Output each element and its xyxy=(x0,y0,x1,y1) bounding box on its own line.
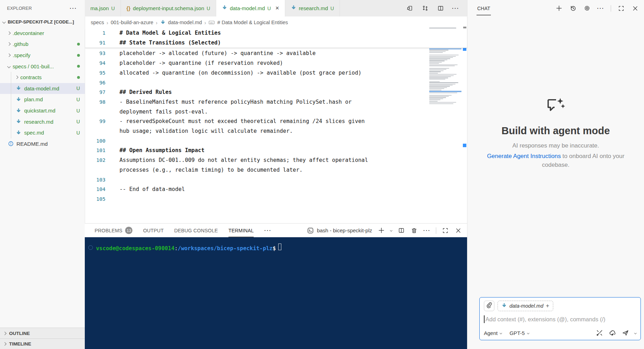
terminal-session-label[interactable]: bash - bicep-speckit-plz xyxy=(317,227,372,233)
code-line-95[interactable]: 95 allocated -> quarantine (on decommiss… xyxy=(85,68,467,78)
editor-tab-ma.json[interactable]: ma.json U xyxy=(85,0,121,16)
send-icon[interactable] xyxy=(622,329,629,337)
panel-tab-PROBLEMS[interactable]: PROBLEMS 13 xyxy=(95,224,132,237)
split-terminal-icon[interactable] xyxy=(397,227,405,234)
terminal[interactable]: vscode@codespaces-090014:/workspaces/bic… xyxy=(85,237,467,349)
panel-tab-OUTPUT[interactable]: OUTPUT xyxy=(143,224,164,237)
breadcrumb[interactable]: specs› 001-build-an-azure› data-model.md… xyxy=(85,16,467,28)
chat-text-row[interactable]: Add context (#), extensions (@), command… xyxy=(484,315,636,323)
tree-item-README.md[interactable]: README.md xyxy=(0,138,85,150)
chevron-down-icon xyxy=(527,331,529,334)
code-line-101[interactable]: 101 ## Open Assumptions Impact xyxy=(85,146,467,156)
chat-more-icon[interactable]: ··· xyxy=(597,5,604,11)
code-line-99[interactable]: 99 - reservedSpokeCount must not exceed … xyxy=(85,117,467,126)
tools-icon[interactable] xyxy=(596,329,603,337)
close-tab-icon[interactable]: × xyxy=(275,5,279,12)
tab-label: deployment-input.schema.json xyxy=(133,5,204,11)
breadcrumb-item[interactable]: 001-build-an-azure xyxy=(111,20,153,25)
generate-instructions-link[interactable]: Generate Agent Instructions xyxy=(487,153,561,159)
context-chip-label: data-model.md xyxy=(509,303,543,309)
explorer-more-icon[interactable]: ··· xyxy=(70,5,77,11)
tree-item-label: research.md xyxy=(24,119,53,125)
editor-tab-research.md[interactable]: research.md U xyxy=(285,0,340,16)
chevron-down-icon xyxy=(2,20,6,24)
tree-item-.specify[interactable]: .specify xyxy=(0,50,85,61)
timeline-label: TIMELINE xyxy=(9,341,31,347)
code-area[interactable]: 93 placeholder -> allocated (future) -> … xyxy=(85,48,467,204)
code-line-98-wrap[interactable]: deployment fails post-eval. xyxy=(85,107,467,117)
root-folder-label: BICEP-SPECKIT-PLZ [CODE...] xyxy=(8,19,74,25)
tree-item-quickstart.md[interactable]: quickstart.mdU xyxy=(0,105,85,116)
tree-item-.github[interactable]: .github xyxy=(0,39,85,50)
sticky-line[interactable]: 91 ## State Transitions (Selected) xyxy=(85,38,467,48)
tree-item-contracts[interactable]: contracts xyxy=(0,72,85,83)
split-editor-icon[interactable] xyxy=(437,5,444,12)
breadcrumb-item[interactable]: specs xyxy=(91,20,104,25)
terminal-cursor xyxy=(278,244,281,250)
tree-item-specs / 001-buil...[interactable]: specs / 001-buil... xyxy=(0,61,85,72)
code-line-98[interactable]: 98 - BaselineManifest must reference pol… xyxy=(85,97,467,107)
code-line-94[interactable]: 94 placeholder -> quarantine (if reserva… xyxy=(85,59,467,68)
code-line-102-wrap[interactable]: processes (e.g., reclaim timing) to be d… xyxy=(85,165,467,175)
code-line-97[interactable]: 97 ## Derived Rules xyxy=(85,88,467,97)
tree-item-label: quickstart.md xyxy=(24,108,55,114)
add-context-icon[interactable]: + xyxy=(546,302,549,309)
tree-item-.devcontainer[interactable]: .devcontainer xyxy=(0,28,85,39)
code-line-105[interactable]: 105 xyxy=(85,194,467,204)
cloud-agent-icon[interactable] xyxy=(609,329,616,337)
editor-group: specs› 001-build-an-azure› data-model.md… xyxy=(85,16,467,223)
tab-chat[interactable]: CHAT xyxy=(477,1,491,15)
breadcrumb-item[interactable]: data-model.md xyxy=(168,20,202,25)
panel-header: PROBLEMS 13 OUTPUT DEBUG CONSOLE TERMINA… xyxy=(85,223,467,237)
command-decoration-icon xyxy=(88,245,93,250)
more-actions-icon[interactable]: ··· xyxy=(452,5,459,11)
terminal-more-icon[interactable]: ··· xyxy=(423,227,431,233)
gear-icon[interactable] xyxy=(583,5,591,12)
new-chat-icon[interactable] xyxy=(555,5,563,12)
code-line-96[interactable]: 96 xyxy=(85,78,467,88)
tree-item-data-model.md[interactable]: data-model.mdU xyxy=(0,83,85,94)
code-line-100[interactable]: 100 xyxy=(85,136,467,146)
tree-root[interactable]: BICEP-SPECKIT-PLZ [CODE...] xyxy=(0,16,85,28)
panel-views-more-icon[interactable]: ··· xyxy=(264,227,272,233)
close-panel-icon[interactable] xyxy=(631,5,639,12)
line-number: 95 xyxy=(85,68,110,78)
chat-heading: Build with agent mode xyxy=(467,125,644,137)
sticky-line[interactable]: 1 # Data Model & Logical Entities xyxy=(85,28,467,38)
new-terminal-icon[interactable] xyxy=(377,227,385,234)
breadcrumb-item[interactable]: # Data Model & Logical Entities xyxy=(217,20,288,25)
send-dropdown-icon[interactable] xyxy=(634,331,637,334)
model-picker[interactable]: GPT-5 xyxy=(509,330,529,336)
panel-tab-TERMINAL[interactable]: TERMINAL xyxy=(228,224,254,237)
tree-item-research.md[interactable]: research.mdU xyxy=(0,116,85,127)
overview-ruler[interactable] xyxy=(462,27,467,223)
editor-tab-data-model.md[interactable]: data-model.md U × xyxy=(216,0,285,16)
close-panel-icon[interactable] xyxy=(454,227,462,234)
tree-item-spec.md[interactable]: spec.mdU xyxy=(0,127,85,138)
maximize-panel-icon[interactable] xyxy=(441,227,449,234)
chat-welcome: Build with agent mode AI responses may b… xyxy=(467,97,644,169)
paperclip-icon xyxy=(486,302,492,310)
history-icon[interactable] xyxy=(569,5,577,12)
open-preview-icon[interactable] xyxy=(406,5,413,12)
open-changes-icon[interactable] xyxy=(421,5,429,12)
code-line-102[interactable]: 102 Assumptions DC-001..009 do not alter… xyxy=(85,156,467,165)
code-line-99-wrap[interactable]: hub usage; validation logic will calcula… xyxy=(85,126,467,136)
mode-picker[interactable]: Agent xyxy=(484,330,502,336)
code-line-103[interactable]: 103 xyxy=(85,175,467,185)
terminal-dropdown-icon[interactable] xyxy=(390,229,392,232)
tree-item-plan.md[interactable]: plan.mdU xyxy=(0,94,85,105)
attach-context-button[interactable] xyxy=(484,301,494,311)
outline-section[interactable]: OUTLINE xyxy=(0,328,85,338)
line-number: 104 xyxy=(85,185,110,194)
context-chip[interactable]: data-model.md + xyxy=(498,301,553,311)
code-line-104[interactable]: 104 -- End of data-model xyxy=(85,185,467,194)
editor-tab-deployment-input.schema.json[interactable]: {} deployment-input.schema.json U xyxy=(121,0,216,16)
panel-tab-DEBUG CONSOLE[interactable]: DEBUG CONSOLE xyxy=(174,224,218,237)
code-line-93[interactable]: 93 placeholder -> allocated (future) -> … xyxy=(85,49,467,59)
timeline-section[interactable]: TIMELINE xyxy=(0,338,85,349)
maximize-icon[interactable] xyxy=(617,5,625,12)
bottom-panel: PROBLEMS 13 OUTPUT DEBUG CONSOLE TERMINA… xyxy=(85,223,467,349)
chat-input-box[interactable]: data-model.md + Add context (#), extensi… xyxy=(479,297,641,340)
kill-terminal-icon[interactable] xyxy=(410,227,418,234)
